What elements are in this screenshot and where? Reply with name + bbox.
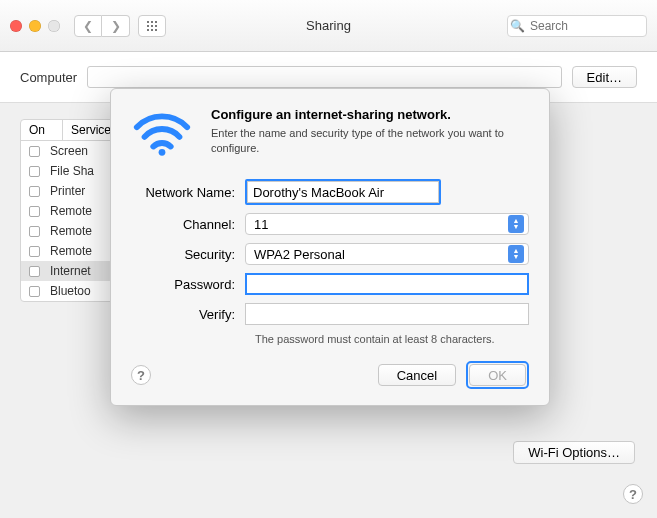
service-checkbox[interactable] [29, 166, 40, 177]
traffic-lights [10, 20, 60, 32]
computer-name-label: Computer [20, 70, 77, 85]
service-label: File Sha [50, 164, 94, 178]
chevron-updown-icon: ▲▼ [508, 245, 524, 263]
service-checkbox[interactable] [29, 226, 40, 237]
svg-rect-1 [151, 21, 153, 23]
grid-icon [146, 20, 158, 32]
svg-rect-0 [147, 21, 149, 23]
channel-label: Channel: [131, 217, 245, 232]
sheet-heading: Configure an internet-sharing network. [211, 107, 529, 122]
svg-point-9 [159, 149, 166, 156]
sheet-help-button[interactable]: ? [131, 365, 151, 385]
svg-rect-5 [155, 25, 157, 27]
password-input[interactable] [245, 273, 529, 295]
service-checkbox[interactable] [29, 206, 40, 217]
service-checkbox[interactable] [29, 266, 40, 277]
service-label: Screen [50, 144, 88, 158]
edit-button[interactable]: Edit… [572, 66, 637, 88]
chevron-updown-icon: ▲▼ [508, 215, 524, 233]
sheet-subheading: Enter the name and security type of the … [211, 126, 529, 157]
zoom-window-button[interactable] [48, 20, 60, 32]
search-icon: 🔍 [510, 19, 525, 33]
password-label: Password: [131, 277, 245, 292]
service-checkbox[interactable] [29, 286, 40, 297]
wifi-options-button[interactable]: Wi-Fi Options… [513, 441, 635, 464]
service-label: Remote [50, 224, 92, 238]
close-window-button[interactable] [10, 20, 22, 32]
network-name-label: Network Name: [131, 185, 245, 200]
svg-rect-7 [151, 29, 153, 31]
wifi-icon [131, 107, 193, 161]
nav-buttons: ❮ ❯ [74, 15, 130, 37]
configure-sheet: Configure an internet-sharing network. E… [110, 88, 550, 406]
window-toolbar: ❮ ❯ Sharing 🔍 [0, 0, 657, 52]
computer-name-input[interactable] [87, 66, 562, 88]
security-dropdown[interactable]: WPA2 Personal▲▼ [245, 243, 529, 265]
svg-rect-3 [147, 25, 149, 27]
col-on: On [21, 120, 63, 140]
password-hint: The password must contain at least 8 cha… [255, 333, 529, 345]
service-label: Printer [50, 184, 85, 198]
cancel-button[interactable]: Cancel [378, 364, 456, 386]
channel-dropdown[interactable]: 11▲▼ [245, 213, 529, 235]
svg-rect-8 [155, 29, 157, 31]
search-input[interactable] [507, 15, 647, 37]
help-button[interactable]: ? [623, 484, 643, 504]
service-checkbox[interactable] [29, 146, 40, 157]
service-label: Internet [50, 264, 91, 278]
back-button[interactable]: ❮ [74, 15, 102, 37]
forward-button[interactable]: ❯ [102, 15, 130, 37]
svg-rect-2 [155, 21, 157, 23]
network-name-input[interactable] [247, 181, 439, 203]
svg-rect-6 [147, 29, 149, 31]
service-label: Remote [50, 204, 92, 218]
content-area: Computer Edit… On Service ScreenFile Sha… [0, 52, 657, 518]
security-label: Security: [131, 247, 245, 262]
ok-button[interactable]: OK [469, 364, 526, 386]
show-all-button[interactable] [138, 15, 166, 37]
service-label: Bluetoo [50, 284, 91, 298]
verify-label: Verify: [131, 307, 245, 322]
verify-input[interactable] [245, 303, 529, 325]
service-checkbox[interactable] [29, 246, 40, 257]
minimize-window-button[interactable] [29, 20, 41, 32]
svg-rect-4 [151, 25, 153, 27]
service-checkbox[interactable] [29, 186, 40, 197]
service-label: Remote [50, 244, 92, 258]
